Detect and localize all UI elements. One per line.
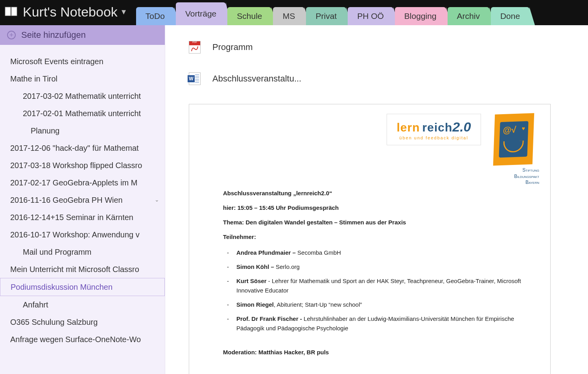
page-item[interactable]: O365 Schulung Salzburg (0, 313, 165, 331)
tab-ms[interactable]: MS (273, 7, 304, 25)
logo-stiftung: ♥ Stiftung Bildungspakt Bayern (488, 114, 539, 186)
page-item[interactable]: Mein Unterricht mit Microsoft Classro (0, 261, 165, 278)
embed-topic: Thema: Den digitalen Wandel gestalten – … (223, 219, 539, 226)
embed-moderation: Moderation: Matthias Hacker, BR puls (223, 349, 539, 355)
page-item[interactable]: 2017-02-17 GeoGebra-Applets im M (0, 174, 165, 191)
attachment-label: Abschlussveranstaltu... (212, 74, 301, 84)
add-page-label: Seite hinzufügen (21, 30, 86, 40)
tab-archiv[interactable]: Archiv (448, 7, 489, 25)
chevron-down-icon[interactable]: ⌄ (155, 195, 159, 204)
participant-item: Simon Riegel, Abiturient; Start-Up “new … (236, 300, 539, 309)
notebook-picker[interactable]: Kurt's Notebook ▾ (0, 0, 134, 25)
attachment-word[interactable]: Abschlussveranstaltu... (189, 72, 588, 85)
page-sidebar: + Seite hinzufügen Microsoft Events eint… (0, 25, 165, 374)
notebook-icon (5, 6, 17, 18)
topbar: Kurt's Notebook ▾ ToDoVorträgeSchuleMSPr… (0, 0, 588, 25)
tab-vorträge[interactable]: Vorträge (176, 2, 226, 25)
page-list: Microsoft Events eintragenMathe in Tirol… (0, 45, 165, 356)
page-item[interactable]: 2017-03-18 Workshop flipped Classro (0, 157, 165, 174)
svg-rect-1 (11, 7, 17, 16)
logo-lernreich: lern reich 2.0 üben und feedback digital (387, 114, 481, 145)
attachment-pdf[interactable]: Programm (189, 41, 588, 54)
page-item[interactable]: Planung (0, 122, 165, 139)
word-icon (189, 72, 201, 85)
tab-ph-oö[interactable]: PH OÖ (348, 7, 393, 25)
page-item[interactable]: Mathe in Tirol (0, 70, 165, 87)
participant-item: Simon Köhl – Serlo.org (236, 262, 539, 272)
notebook-title: Kurt's Notebook (23, 4, 118, 20)
page-content[interactable]: ProgrammAbschlussveranstaltu... lern rei… (165, 25, 588, 374)
page-item[interactable]: 2017-12-06 "hack-day" für Mathemat (0, 139, 165, 157)
participant-item: Kurt Söser - Lehrer für Mathematik und S… (236, 276, 539, 295)
add-page-button[interactable]: + Seite hinzufügen (0, 25, 165, 45)
svg-rect-0 (5, 7, 11, 16)
page-item[interactable]: Microsoft Events eintragen (0, 53, 165, 70)
page-item[interactable]: 2016-10-17 Workshop: Anwendung v (0, 226, 165, 243)
participant-item: Prof. Dr Frank Fischer - Lehrstuhlinhabe… (236, 314, 539, 333)
participants-list: Andrea Pfundmaier – Secomba GmbHSimon Kö… (223, 248, 539, 333)
section-tabs: ToDoVorträgeSchuleMSPrivatPH OÖBloggingA… (134, 0, 529, 25)
page-item[interactable]: 2016-11-16 GeoGebra PH Wien⌄ (0, 191, 165, 209)
page-item[interactable]: Anfrage wegen Surface-OneNote-Wo (0, 331, 165, 348)
page-item[interactable]: 2016-12-14+15 Seminar in Kärnten (0, 209, 165, 226)
embedded-document: lern reich 2.0 üben und feedback digital… (189, 104, 551, 374)
plus-icon: + (7, 31, 16, 39)
tab-schule[interactable]: Schule (227, 7, 271, 25)
page-item[interactable]: Podiumsdiskussion München (0, 278, 165, 296)
pdf-icon (189, 41, 201, 54)
tab-todo[interactable]: ToDo (136, 7, 174, 25)
embed-time: hier: 15:05 – 15:45 Uhr Podiumsgespräch (223, 204, 539, 211)
chevron-down-icon: ▾ (122, 7, 126, 17)
page-item[interactable]: 2017-03-02 Mathematik unterricht (0, 87, 165, 105)
tab-privat[interactable]: Privat (306, 7, 346, 25)
page-item[interactable]: Mail und Programm (0, 243, 165, 261)
attachment-label: Programm (212, 42, 253, 52)
tab-done[interactable]: Done (491, 7, 529, 25)
page-item[interactable]: Anfahrt (0, 296, 165, 313)
tab-blogging[interactable]: Blogging (395, 7, 446, 25)
page-item[interactable]: 2017-02-01 Mathematik unterricht (0, 105, 165, 122)
embed-participants-label: Teilnehmer: (223, 233, 539, 240)
participant-item: Andrea Pfundmaier – Secomba GmbH (236, 248, 539, 257)
embed-title: Abschlussveranstaltung „lernreich2.0“ (223, 190, 539, 196)
